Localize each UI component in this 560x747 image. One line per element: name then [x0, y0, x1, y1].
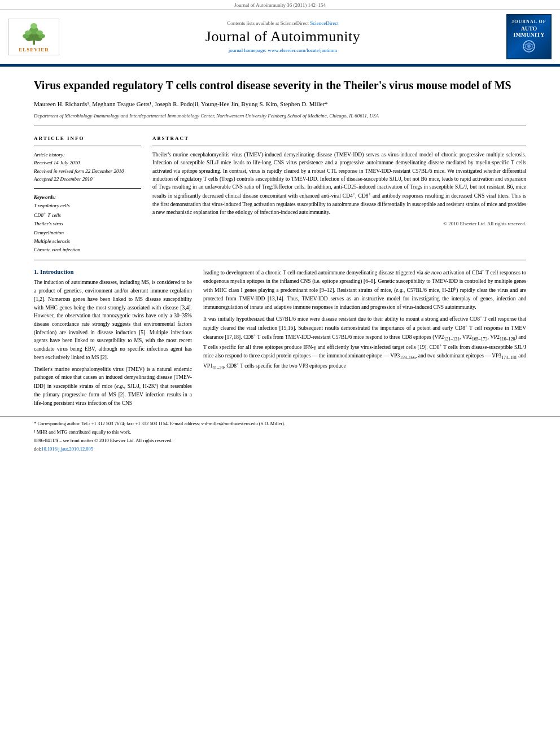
header-center: Contents lists available at ScienceDirec…	[62, 20, 504, 53]
abstract-header: ABSTRACT	[152, 136, 526, 141]
content-left-column: 1. Introduction The induction of autoimm…	[34, 268, 192, 410]
article-history-block: Article history: Received 14 July 2010 R…	[34, 151, 141, 184]
elsevier-tree-svg	[17, 20, 51, 46]
keywords-section: Keywords: T regulatory cells CD8+ T cell…	[34, 194, 141, 255]
journal-homepage: journal homepage: www.elsevier.com/locat…	[68, 47, 498, 53]
article-title: Virus expanded regulatory T cells contro…	[34, 78, 526, 93]
history-label: Article history:	[34, 151, 141, 159]
footnote-doi: doi:10.1016/j.jaut.2010.12.005	[34, 445, 526, 453]
autoimmunity-badge: JOURNAL OF AUTOIMMUNITY	[506, 14, 552, 59]
title-divider	[34, 125, 526, 125]
badge-title: JOURNAL OF	[511, 19, 546, 24]
article-info-header: ARTICLE INFO	[34, 136, 141, 141]
footnote-issn: 0896-8411/$ – see front matter © 2010 El…	[34, 437, 526, 444]
intro-paragraph-3: leading to development of a chronic T ce…	[203, 268, 526, 311]
keyword-4: Demyelination	[34, 229, 141, 237]
svg-point-9	[30, 23, 37, 29]
footnote-equal: ¹ MHR and MTG contributed equally to thi…	[34, 429, 526, 436]
sciencedirect-link[interactable]: ScienceDirect	[310, 20, 338, 26]
received-revised: Received in revised form 22 December 201…	[34, 167, 141, 175]
svg-point-8	[36, 30, 43, 35]
introduction-heading: 1. Introduction	[34, 268, 192, 275]
footnotes-section: * Corresponding author. Tel.: +1 312 503…	[0, 416, 560, 452]
svg-point-12	[527, 45, 531, 48]
keyword-5: Multiple sclerosis	[34, 237, 141, 246]
intro-paragraph-4: It was initially hypothesized that C57BL…	[203, 314, 526, 372]
journal-citation: Journal of Autoimmunity 36 (2011) 142–15…	[234, 2, 326, 8]
keyword-1: T regulatory cells	[34, 202, 141, 210]
elsevier-wordmark: ELSEVIER	[19, 47, 49, 53]
keywords-divider	[34, 188, 141, 189]
accepted-date: Accepted 22 December 2010	[34, 175, 141, 183]
intro-paragraph-1: The induction of autoimmune diseases, in…	[34, 278, 192, 361]
page-wrapper: Journal of Autoimmunity 36 (2011) 142–15…	[0, 0, 560, 452]
header-section: ELSEVIER Contents lists available at Sci…	[0, 10, 560, 65]
abstract-text: Theiler's murine encephalomyelitis virus…	[152, 151, 526, 216]
abstract-divider	[152, 146, 526, 146]
section-break	[34, 260, 526, 260]
journal-title: Journal of Autoimmunity	[68, 28, 498, 45]
keyword-2: CD8+ T cells	[34, 210, 141, 220]
elsevier-logo: ELSEVIER	[8, 19, 59, 55]
article-affiliation: Department of Microbiology-Immunology an…	[34, 112, 526, 120]
content-right-column: leading to development of a chronic T ce…	[203, 268, 526, 410]
svg-point-7	[25, 30, 32, 35]
top-bar: Journal of Autoimmunity 36 (2011) 142–15…	[0, 0, 560, 10]
article-info-column: ARTICLE INFO Article history: Received 1…	[34, 136, 141, 254]
sciencedirect-line: Contents lists available at ScienceDirec…	[68, 20, 498, 26]
intro-paragraph-2: Theiler's murine encephalomyelitis virus…	[34, 365, 192, 408]
abstract-column: ABSTRACT Theiler's murine encephalomyeli…	[152, 136, 526, 254]
received-date: Received 14 July 2010	[34, 159, 141, 167]
keyword-6: Chronic viral infection	[34, 246, 141, 254]
article-authors: Maureen H. Richards¹, Meghann Teague Get…	[34, 99, 526, 109]
keywords-title: Keywords:	[34, 194, 141, 200]
footnote-corresponding: * Corresponding author. Tel.: +1 312 503…	[34, 420, 526, 427]
info-divider	[34, 146, 141, 146]
svg-rect-0	[33, 40, 35, 45]
two-column-section: ARTICLE INFO Article history: Received 1…	[0, 136, 560, 254]
badge-subtitle: AUTOIMMUNITY	[514, 25, 545, 38]
keyword-3: Theiler's virus	[34, 220, 141, 228]
autoimmunity-badge-container: JOURNAL OF AUTOIMMUNITY	[504, 14, 554, 59]
elsevier-logo-container: ELSEVIER	[6, 19, 62, 55]
keywords-list: T regulatory cells CD8+ T cells Theiler'…	[34, 202, 141, 255]
copyright-line: © 2010 Elsevier Ltd. All rights reserved…	[152, 221, 526, 226]
main-content: 1. Introduction The induction of autoimm…	[0, 263, 560, 416]
badge-image	[518, 38, 540, 55]
article-title-section: Virus expanded regulatory T cells contro…	[0, 67, 560, 136]
doi-link[interactable]: 10.1016/j.jaut.2010.12.005	[41, 446, 93, 452]
